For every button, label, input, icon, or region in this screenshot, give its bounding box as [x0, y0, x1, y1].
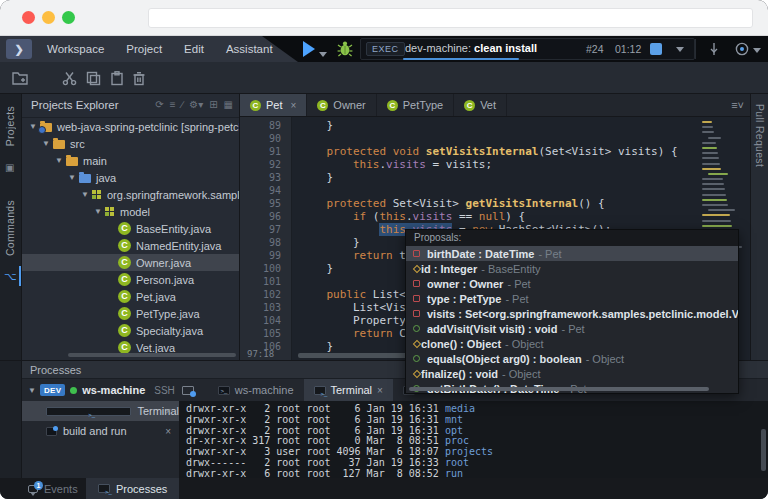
delete-button[interactable]: [128, 68, 150, 88]
proposal-item[interactable]: equals(Object arg0) : boolean- Object: [406, 351, 738, 366]
import-project-button[interactable]: [10, 68, 32, 88]
chevron-down-icon[interactable]: ▼: [41, 139, 51, 148]
process-tab-terminal[interactable]: >_Terminal×: [304, 379, 393, 401]
tree-item[interactable]: COwner.java: [22, 254, 239, 271]
run-options-caret-icon[interactable]: [319, 52, 327, 57]
collapse-all-icon[interactable]: ≡: [170, 99, 176, 110]
menu-workspace[interactable]: Workspace: [36, 36, 115, 62]
projects-panel-tab[interactable]: Projects: [4, 106, 16, 146]
editor-tab-pet[interactable]: CPet×: [240, 94, 307, 116]
menu-project[interactable]: Project: [115, 36, 173, 62]
code-line[interactable]: if (this.visits == null) {: [300, 210, 696, 223]
process-item-build-and-run[interactable]: build and run×: [22, 421, 179, 441]
commands-panel-tab[interactable]: Commands: [4, 200, 16, 256]
chevron-down-icon[interactable]: ▼: [93, 207, 103, 216]
tree-item[interactable]: ▼model: [22, 203, 239, 220]
close-icon[interactable]: ×: [291, 100, 297, 111]
proposal-item[interactable]: visits : Set<org.springframework.samples…: [406, 306, 738, 321]
editor-tab-list-icon[interactable]: ≡˅: [731, 99, 744, 111]
machine-chevron-icon[interactable]: ▼: [28, 386, 36, 395]
run-button[interactable]: [303, 41, 315, 57]
chevron-down-icon[interactable]: ▼: [28, 122, 38, 131]
exec-options-caret-icon[interactable]: [676, 47, 684, 52]
tree-item[interactable]: CPetType.java: [22, 305, 239, 322]
code-line[interactable]: }: [300, 119, 696, 132]
menu-edit[interactable]: Edit: [173, 36, 215, 62]
proposal-item[interactable]: type : PetType- Pet: [406, 291, 738, 306]
maximize-window-button[interactable]: [62, 11, 75, 24]
processes-tab[interactable]: >_ Processes: [86, 478, 179, 499]
tree-item[interactable]: CSpecialty.java: [22, 322, 239, 339]
debug-icon[interactable]: [337, 40, 353, 57]
tree-item[interactable]: CPet.java: [22, 288, 239, 305]
chevron-down-icon[interactable]: ▼: [80, 190, 90, 199]
ide-window: ❯ WorkspaceProjectEditAssistant EXEC dev…: [0, 0, 768, 499]
code-token: this: [379, 210, 406, 223]
editor-tabbar: CPet×COwnerCPetTypeCVet: [240, 94, 750, 117]
debugger-panel-icon[interactable]: [706, 41, 722, 57]
machine-terminal-icon[interactable]: [182, 386, 194, 395]
tree-item[interactable]: ▼org.springframework.samples: [22, 186, 239, 203]
close-icon[interactable]: ×: [165, 426, 171, 437]
tree-item[interactable]: ▼src: [22, 135, 239, 152]
ssh-button[interactable]: SSH: [154, 385, 175, 396]
proposal-item[interactable]: finalize() : void- Object: [406, 366, 738, 381]
minimap-line: [702, 157, 719, 159]
panel-menu-icon[interactable]: ▦: [224, 99, 233, 110]
proposals-scrollbar[interactable]: [409, 387, 709, 391]
tree-item[interactable]: ▼java: [22, 169, 239, 186]
process-item-terminal[interactable]: >_Terminal×: [22, 401, 179, 421]
settings-gear-icon[interactable]: ⚙▾: [189, 99, 203, 110]
commands-panel-icon[interactable]: ⌥: [4, 270, 17, 283]
profile-caret-icon[interactable]: [753, 48, 761, 53]
code-line[interactable]: this.visits = visits;: [300, 158, 696, 171]
projects-panel-icon[interactable]: ▣: [5, 162, 14, 173]
tree-item[interactable]: CPerson.java: [22, 271, 239, 288]
proposal-item[interactable]: id : Integer- BaseEntity: [406, 261, 738, 276]
proposal-item[interactable]: birthDate : DateTime- Pet: [406, 246, 738, 261]
explorer-horizontal-scrollbar[interactable]: [68, 353, 236, 357]
pull-request-panel-tab[interactable]: Pull Request: [754, 104, 766, 167]
proposal-item[interactable]: addVisit(Visit visit) : void- Pet: [406, 321, 738, 336]
line-number-gutter: 8990919293949596979899100101102103104105…: [240, 117, 292, 360]
editor-tab-owner[interactable]: COwner: [307, 94, 376, 116]
chevron-down-icon[interactable]: ▼: [67, 173, 77, 182]
tree-item[interactable]: CBaseEntity.java: [22, 220, 239, 237]
minimap-line: [702, 168, 721, 170]
menubar: ❯ WorkspaceProjectEditAssistant EXEC dev…: [0, 36, 768, 62]
link-with-editor-icon[interactable]: ∕: [182, 99, 184, 110]
paste-button[interactable]: [106, 68, 128, 88]
minimize-window-button[interactable]: [42, 11, 55, 24]
maximize-panel-icon[interactable]: ⊞: [209, 99, 217, 110]
code-line[interactable]: [300, 132, 696, 145]
events-tab[interactable]: 1 Events: [16, 478, 90, 499]
code-line[interactable]: }: [300, 171, 696, 184]
close-window-button[interactable]: [22, 11, 35, 24]
refresh-icon[interactable]: ⟳: [155, 99, 163, 110]
proposal-name: id : Integer: [421, 263, 477, 275]
code-line[interactable]: protected Set<Visit> getVisitsInternal()…: [300, 197, 696, 210]
terminal-output[interactable]: drwxr-xr-x 2 root root 6 Jan 19 16:31 me…: [180, 401, 768, 478]
cut-button[interactable]: [58, 68, 80, 88]
code-line[interactable]: protected void setVisitsInternal(Set<Vis…: [300, 145, 696, 158]
tree-item[interactable]: CNamedEntity.java: [22, 237, 239, 254]
editor-tab-pettype[interactable]: CPetType: [377, 94, 454, 116]
line-number: 97: [240, 223, 291, 236]
close-icon[interactable]: ×: [377, 385, 383, 396]
chevron-down-icon[interactable]: ▼: [54, 156, 64, 165]
exec-command-text[interactable]: dev-machine: clean install: [405, 42, 537, 54]
profile-icon[interactable]: [734, 41, 750, 57]
process-tab-ws-machine[interactable]: >_ws-machine: [208, 379, 304, 401]
copy-button[interactable]: [82, 68, 104, 88]
proposal-item[interactable]: owner : Owner- Pet: [406, 276, 738, 291]
proposal-item[interactable]: clone() : Object- Object: [406, 336, 738, 351]
stop-button[interactable]: [650, 43, 662, 55]
address-bar[interactable]: [148, 8, 753, 28]
editor-tab-vet[interactable]: CVet: [454, 94, 507, 116]
tree-item[interactable]: ▼web-java-spring-petclinic [spring-petcl…: [22, 118, 239, 135]
tree-item[interactable]: ▼main: [22, 152, 239, 169]
app-logo[interactable]: ❯: [6, 39, 32, 59]
terminal-scrollbar[interactable]: [761, 429, 766, 471]
close-icon[interactable]: ×: [165, 406, 171, 417]
code-line[interactable]: [300, 184, 696, 197]
